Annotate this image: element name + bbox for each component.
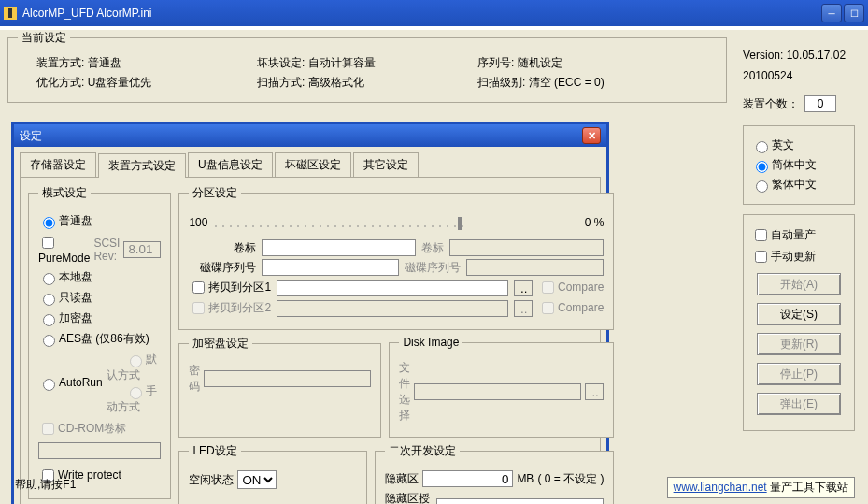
device-count-label: 装置个数： — [743, 96, 799, 112]
minimize-button[interactable]: ─ — [821, 4, 842, 22]
stop-button[interactable]: 停止(P) — [757, 363, 841, 385]
right-panel: Version: 10.05.17.02 20100524 装置个数： 0 英文… — [743, 41, 855, 440]
led-legend: LED设定 — [189, 443, 240, 459]
tab-badblock[interactable]: 坏磁区设定 — [275, 152, 351, 177]
pwd-input — [204, 370, 371, 387]
watermark: www.liangchan.net 量产工具下载站 — [667, 477, 855, 498]
slider-right-label: 0 % — [585, 216, 605, 229]
mode-autorun-radio[interactable]: AutoRun — [38, 376, 103, 391]
copy2-path-input — [277, 300, 508, 317]
copy2-check: 拷贝到分区2 — [189, 299, 271, 317]
autorun-default-radio: 默认方式 — [107, 353, 157, 382]
cdrom-check: CD-ROM卷标 — [38, 420, 161, 438]
version-label: Version: 10.05.17.02 — [743, 49, 855, 62]
scsirev-input — [123, 241, 161, 258]
mb-label: MB — [517, 472, 534, 485]
mode-aes-radio[interactable]: AES盘 (仅86有效) — [38, 331, 161, 347]
main-area: 当前设定 装置方式: 普通盘 坏块设定: 自动计算容量 序列号: 随机设定 优化… — [0, 30, 868, 504]
device-mode-text: 装置方式: 普通盘 — [36, 55, 257, 71]
device-count-value: 0 — [804, 95, 836, 112]
vol-input-1[interactable] — [262, 239, 416, 256]
compare2-check: Compare — [538, 299, 604, 317]
serial-text: 序列号: 随机设定 — [477, 55, 698, 71]
slider-left-label: 100 — [189, 216, 207, 229]
partition-slider[interactable]: 100 0 % — [189, 209, 604, 237]
scsirev-label: SCSI Rev: — [93, 237, 120, 263]
titlebar: AlcorMP_UFD AlcorMP.ini ─ ☐ — [0, 0, 868, 26]
mode-local-radio[interactable]: 本地盘 — [38, 269, 161, 285]
pwd-label: 密码 — [189, 363, 200, 395]
copy1-path-input[interactable] — [277, 280, 508, 296]
tab-other[interactable]: 其它设定 — [353, 152, 419, 177]
window-buttons: ─ ☐ — [821, 4, 864, 22]
lang-sc-radio[interactable]: 简体中文 — [751, 157, 847, 173]
svg-rect-3 — [458, 217, 462, 230]
diskimage-legend: Disk Image — [399, 336, 462, 349]
vol-label-1: 卷标 — [189, 240, 256, 256]
tab-storage[interactable]: 存储器设定 — [20, 152, 96, 177]
svg-rect-1 — [8, 8, 12, 18]
language-group: 英文 简体中文 繁体中文 — [743, 125, 855, 205]
auto-mp-check[interactable]: 自动量产 — [751, 226, 847, 244]
diskserial-label-2: 磁碟序列号 — [405, 260, 461, 276]
maximize-button[interactable]: ☐ — [844, 4, 864, 22]
copy1-check[interactable]: 拷贝到分区1 — [189, 279, 271, 296]
window-title: AlcorMP_UFD AlcorMP.ini — [22, 7, 821, 20]
current-settings-legend: 当前设定 — [18, 30, 70, 46]
copy1-browse-button[interactable]: .. — [514, 280, 533, 296]
second-legend: 二次开发设定 — [385, 443, 460, 459]
auth-label: 隐藏区授权码 — [385, 491, 433, 504]
partition-legend: 分区设定 — [189, 185, 241, 201]
cdrom-input — [38, 442, 161, 459]
lang-en-radio[interactable]: 英文 — [751, 137, 847, 153]
mode-normal-radio[interactable]: 普通盘 — [38, 213, 161, 229]
dialog-titlebar: 设定 ✕ — [14, 124, 606, 147]
tab-device-mode[interactable]: 装置方式设定 — [98, 153, 186, 178]
diskserial-input-1[interactable] — [262, 259, 399, 276]
hidden-input[interactable] — [422, 470, 513, 487]
diskserial-input-2 — [466, 259, 604, 276]
dialog-title: 设定 — [20, 128, 582, 144]
hidden-note: ( 0 = 不设定 ) — [537, 471, 604, 487]
idle-select[interactable]: ON — [237, 470, 277, 489]
filesel-browse-button: .. — [585, 383, 604, 400]
idle-label: 空闲状态 — [189, 472, 234, 488]
hidden-label: 隐藏区 — [385, 471, 419, 487]
settings-dialog: 设定 ✕ 存储器设定 装置方式设定 U盘信息设定 坏磁区设定 其它设定 模式设定… — [11, 122, 609, 504]
watermark-text: 量产工具下载站 — [770, 481, 848, 494]
app-icon — [4, 7, 17, 20]
mode-legend: 模式设定 — [38, 185, 91, 201]
vol-input-2 — [449, 239, 604, 256]
date-label: 20100524 — [743, 69, 855, 82]
scan-text: 扫描方式: 高级格式化 — [257, 75, 477, 91]
badblock-text: 坏块设定: 自动计算容量 — [257, 55, 477, 71]
tabs: 存储器设定 装置方式设定 U盘信息设定 坏磁区设定 其它设定 — [14, 147, 606, 177]
start-button[interactable]: 开始(A) — [757, 273, 841, 295]
refresh-button[interactable]: 更新(R) — [757, 333, 841, 355]
puremode-check[interactable]: PureMode — [38, 234, 90, 265]
help-text: 帮助,请按F1 — [15, 477, 76, 493]
copy2-browse-button: .. — [514, 300, 533, 317]
settings-button[interactable]: 设定(S) — [757, 303, 841, 325]
scanlevel-text: 扫描级别: 清空 (ECC = 0) — [477, 75, 698, 91]
lang-tc-radio[interactable]: 繁体中文 — [751, 177, 847, 193]
tab-body: 模式设定 普通盘 PureMode SCSI Rev: 本地盘 只读盘 加密盘 … — [20, 177, 601, 504]
diskserial-label-1: 磁碟序列号 — [189, 260, 256, 276]
vol-label-2: 卷标 — [421, 240, 444, 256]
autorun-manual-radio: 手动方式 — [107, 384, 157, 413]
encrypt-legend: 加密盘设定 — [189, 336, 252, 352]
compare1-check: Compare — [538, 279, 604, 296]
mode-readonly-radio[interactable]: 只读盘 — [38, 290, 161, 306]
watermark-link[interactable]: www.liangchan.net — [674, 481, 767, 494]
auth-input[interactable] — [436, 498, 604, 504]
dialog-close-button[interactable]: ✕ — [582, 127, 601, 144]
device-count-row: 装置个数： 0 — [743, 95, 855, 112]
eject-button[interactable]: 弹出(E) — [757, 393, 841, 415]
tab-usb-info[interactable]: U盘信息设定 — [188, 152, 273, 177]
filesel-input — [414, 383, 581, 400]
auto-group: 自动量产 手动更新 开始(A) 设定(S) 更新(R) 停止(P) 弹出(E) — [743, 214, 855, 431]
mode-encrypt-radio[interactable]: 加密盘 — [38, 310, 161, 326]
filesel-label: 文件选择 — [399, 360, 410, 424]
manual-update-check[interactable]: 手动更新 — [751, 248, 847, 266]
optimize-text: 优化方式: U盘容量优先 — [36, 75, 257, 91]
